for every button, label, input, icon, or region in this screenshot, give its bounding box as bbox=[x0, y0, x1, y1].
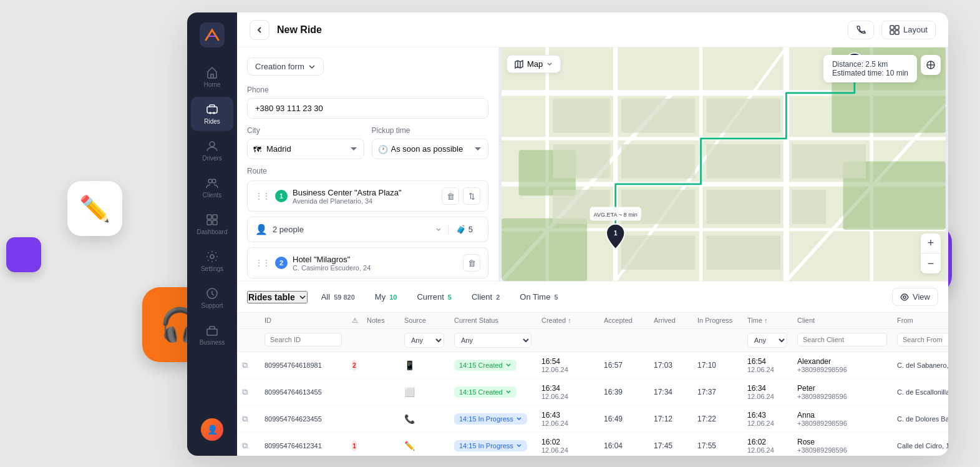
svg-rect-50 bbox=[621, 235, 696, 270]
sidebar-item-clients[interactable]: Clients bbox=[191, 170, 233, 205]
copy-icon-3[interactable]: ⧉ bbox=[242, 441, 248, 451]
row-arrived-0: 17:03 bbox=[649, 352, 692, 379]
row-status-3[interactable]: 14:15 In Progress bbox=[449, 433, 536, 456]
row-source-1: ⬜ bbox=[399, 379, 449, 406]
route-addr-1: Avenida del Planetario, 34 bbox=[293, 197, 437, 205]
map-zoom-controls: + − bbox=[921, 234, 941, 273]
svg-rect-16 bbox=[890, 31, 894, 34]
col-header-arrived: Arrived bbox=[649, 313, 692, 329]
layout-button[interactable]: Layout bbox=[881, 21, 936, 39]
source-filter-select[interactable]: Any bbox=[404, 333, 444, 348]
col-header-copy bbox=[237, 313, 260, 329]
row-from-3: Calle del Cidro, 12 bbox=[892, 433, 948, 456]
zoom-out-button[interactable]: − bbox=[921, 253, 941, 273]
map-settings-button[interactable] bbox=[921, 55, 941, 75]
passengers-select[interactable]: 2 people 1 person 3 people bbox=[273, 225, 429, 234]
map-button[interactable]: Map bbox=[507, 55, 561, 73]
phone-input[interactable] bbox=[247, 98, 488, 119]
row-id-1: 809954764613455 bbox=[260, 379, 347, 406]
sidebar-dashboard-label: Dashboard bbox=[197, 229, 228, 235]
city-select[interactable]: Madrid bbox=[247, 139, 364, 159]
status-badge-1[interactable]: 14:15 Created bbox=[454, 386, 517, 398]
tab-all[interactable]: All 59 820 bbox=[315, 290, 361, 304]
city-icon: 🗺 bbox=[253, 144, 261, 154]
status-badge-3[interactable]: 14:15 In Progress bbox=[454, 440, 527, 451]
time-filter-select[interactable]: Any bbox=[747, 333, 787, 348]
tab-current[interactable]: Current 5 bbox=[410, 290, 457, 304]
filter-arrived bbox=[649, 329, 692, 352]
phone-button[interactable] bbox=[848, 21, 874, 39]
row-accepted-1: 16:39 bbox=[599, 379, 649, 406]
svg-rect-40 bbox=[707, 99, 781, 133]
delete-stop-2[interactable]: 🗑 bbox=[463, 254, 480, 272]
drag-handle-1[interactable]: ⋮⋮ bbox=[255, 192, 270, 200]
creation-form-button[interactable]: Creation form bbox=[247, 57, 324, 76]
svg-point-5 bbox=[208, 179, 212, 183]
filter-created bbox=[536, 329, 599, 352]
back-button[interactable] bbox=[250, 20, 269, 40]
sidebar-item-drivers[interactable]: Drivers bbox=[191, 134, 233, 168]
avatar[interactable]: 👤 bbox=[201, 418, 223, 441]
row-copy-1[interactable]: ⧉ bbox=[237, 379, 260, 406]
row-copy-0[interactable]: ⧉ bbox=[237, 352, 260, 379]
passengers-row: 👤 2 people 1 person 3 people 🧳 5 bbox=[247, 217, 488, 242]
luggage-num: 5 bbox=[468, 225, 473, 234]
svg-rect-42 bbox=[621, 144, 696, 179]
status-badge-2[interactable]: 14:15 In Progress bbox=[454, 413, 527, 425]
col-header-status: Current Status bbox=[449, 313, 536, 329]
col-header-from: From bbox=[892, 313, 948, 329]
svg-rect-14 bbox=[890, 26, 894, 29]
tab-client[interactable]: Client 2 bbox=[465, 290, 506, 304]
row-copy-2[interactable]: ⧉ bbox=[237, 406, 260, 433]
delete-stop-1[interactable]: 🗑 bbox=[442, 187, 459, 205]
tab-ontime[interactable]: On Time 5 bbox=[513, 290, 564, 304]
row-copy-3[interactable]: ⧉ bbox=[237, 433, 260, 456]
col-header-id: ID bbox=[260, 313, 347, 329]
sidebar-item-business[interactable]: Business bbox=[191, 318, 233, 352]
row-id-2: 809954764623455 bbox=[260, 406, 347, 433]
svg-text:AVG.ETA ~ 8 min: AVG.ETA ~ 8 min bbox=[594, 212, 638, 218]
filter-status: Any bbox=[449, 329, 536, 352]
rides-table-button[interactable]: Rides table bbox=[247, 291, 308, 303]
route-actions-1: 🗑 ⇅ bbox=[442, 187, 480, 205]
id-filter-input[interactable] bbox=[264, 333, 342, 347]
status-badge-0[interactable]: 14:15 Created bbox=[454, 360, 517, 371]
table-row: ⧉ 809954764623455 📞 14:15 In Progress 16… bbox=[237, 406, 948, 433]
swap-stop-1[interactable]: ⇅ bbox=[463, 187, 480, 205]
row-status-2[interactable]: 14:15 In Progress bbox=[449, 406, 536, 433]
filter-from bbox=[892, 329, 948, 352]
clock-icon: 🕐 bbox=[378, 144, 388, 154]
sidebar-item-support[interactable]: Support bbox=[191, 281, 233, 315]
sidebar-item-dashboard[interactable]: Dashboard bbox=[191, 207, 233, 242]
row-accepted-0: 16:57 bbox=[599, 352, 649, 379]
sidebar: Home Rides Drivers bbox=[187, 12, 237, 456]
tab-my-label: My bbox=[375, 292, 386, 302]
sidebar-home-label: Home bbox=[204, 81, 221, 88]
svg-rect-41 bbox=[553, 144, 609, 179]
row-status-1[interactable]: 14:15 Created bbox=[449, 379, 536, 406]
sidebar-item-rides[interactable]: Rides bbox=[191, 97, 233, 131]
row-source-2: 📞 bbox=[399, 406, 449, 433]
zoom-in-button[interactable]: + bbox=[921, 234, 941, 253]
status-filter-select[interactable]: Any bbox=[454, 333, 531, 348]
sidebar-item-settings[interactable]: Settings bbox=[191, 244, 233, 278]
copy-icon-0[interactable]: ⧉ bbox=[242, 360, 248, 370]
route-name-1: Business Center "Astra Plaza" bbox=[293, 188, 437, 197]
copy-icon-1[interactable]: ⧉ bbox=[242, 387, 248, 397]
client-filter-input[interactable] bbox=[797, 333, 887, 347]
svg-rect-47 bbox=[707, 190, 781, 224]
drag-handle-2[interactable]: ⋮⋮ bbox=[255, 258, 270, 267]
copy-icon-2[interactable]: ⧉ bbox=[242, 414, 248, 424]
pickup-select-wrapper: 🕐 As soon as possible bbox=[372, 139, 489, 159]
row-status-0[interactable]: 14:15 Created bbox=[449, 352, 536, 379]
col-header-source: Source bbox=[399, 313, 449, 329]
view-button[interactable]: View bbox=[892, 288, 938, 306]
tab-my[interactable]: My 10 bbox=[369, 290, 404, 304]
row-warning-0: 2 bbox=[347, 352, 362, 379]
row-client-3: Rose +380989298596 bbox=[792, 433, 892, 456]
from-filter-input[interactable] bbox=[897, 333, 948, 347]
sidebar-item-home[interactable]: Home bbox=[191, 60, 233, 94]
svg-rect-48 bbox=[792, 190, 826, 224]
pickup-select[interactable]: As soon as possible bbox=[372, 139, 489, 159]
svg-text:1: 1 bbox=[614, 230, 618, 237]
